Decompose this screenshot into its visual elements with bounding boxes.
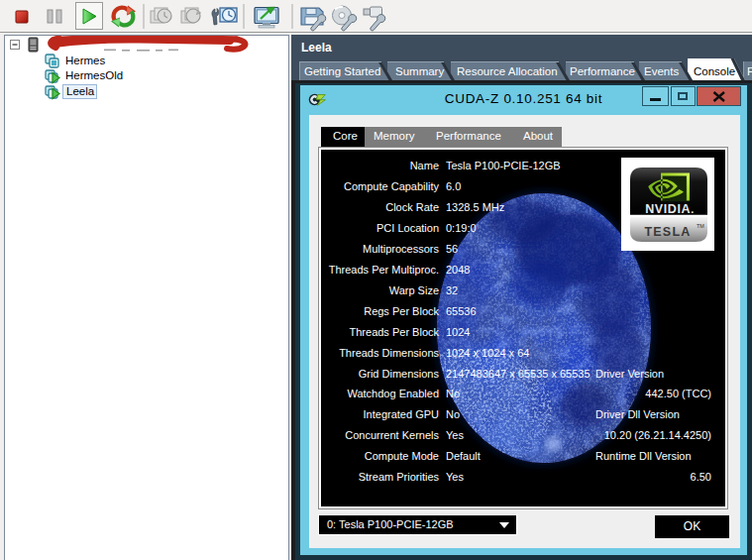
svg-text:Summary: Summary [395,65,444,77]
svg-text:TM: TM [697,223,704,229]
svg-text:NVIDIA.: NVIDIA. [645,202,695,216]
svg-text:Resource Allocation: Resource Allocation [457,65,558,77]
svg-text:Getting Started: Getting Started [304,65,380,77]
svg-text:Performance: Performance [570,65,635,77]
svg-text:TESLA: TESLA [645,225,692,239]
svg-text:Pe: Pe [747,65,752,77]
svg-text:Events: Events [644,65,679,77]
svg-text:Console: Console [694,65,735,77]
